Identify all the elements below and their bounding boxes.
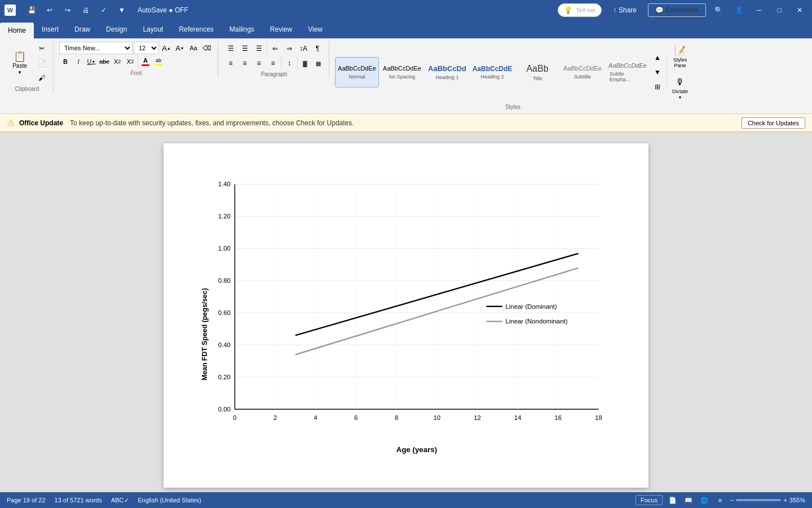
dictate-button[interactable]: 🎙 Dictate ▼ bbox=[669, 73, 691, 103]
page-info: Page 19 of 22 bbox=[7, 497, 46, 503]
text-color-button[interactable]: A bbox=[139, 55, 152, 68]
style-subtle-emphasis-preview: AaBbCcDdEe bbox=[608, 62, 647, 69]
highlight-color-button[interactable]: ab bbox=[152, 55, 165, 68]
superscript-button[interactable]: X2 bbox=[124, 55, 136, 68]
redo-icon[interactable]: ↪ bbox=[60, 2, 76, 18]
tab-layout[interactable]: Layout bbox=[135, 20, 171, 38]
tab-draw[interactable]: Draw bbox=[67, 20, 98, 38]
font-row-1: Times New... 12 A▲ A▼ Aa ⌫ bbox=[59, 42, 213, 54]
tab-references[interactable]: References bbox=[171, 20, 221, 38]
justify-button[interactable]: ≡ bbox=[266, 56, 280, 70]
focus-button[interactable]: Focus bbox=[636, 495, 663, 505]
strikethrough-button[interactable]: abc bbox=[98, 55, 111, 68]
tab-view[interactable]: View bbox=[300, 20, 330, 38]
share-button[interactable]: ↑ Share bbox=[606, 4, 643, 16]
warning-icon: ⚠ bbox=[7, 117, 15, 128]
comments-button[interactable]: 💬 Comments bbox=[648, 3, 706, 17]
tab-design[interactable]: Design bbox=[98, 20, 135, 38]
style-heading1-label: Heading 1 bbox=[435, 75, 458, 80]
web-layout-icon[interactable]: 🌐 bbox=[699, 494, 710, 506]
style-no-spacing[interactable]: AaBbCcDdEe No Spacing bbox=[380, 57, 424, 87]
x-tick-18: 18 bbox=[595, 414, 602, 421]
user-icon[interactable]: 👤 bbox=[731, 2, 747, 18]
styles-pane-label: StylesPane bbox=[673, 57, 687, 68]
quick-access-toolbar: 💾 ↩ ↪ 🖨 ✓ ▼ bbox=[24, 2, 130, 18]
decrease-indent-button[interactable]: ⇐ bbox=[268, 42, 282, 55]
zoom-in-icon[interactable]: + bbox=[783, 497, 787, 503]
style-subtitle[interactable]: AaBbCcDdEe Subtitle bbox=[561, 57, 604, 87]
zoom-out-icon[interactable]: − bbox=[730, 497, 734, 503]
borders-button[interactable]: ▦ bbox=[312, 57, 324, 69]
tab-mailings[interactable]: Mailings bbox=[222, 20, 262, 38]
clipboard-group: 📋 Paste ▼ ✂ 📄 🖌 Clipboard bbox=[1, 41, 54, 93]
show-hide-button[interactable]: ¶ bbox=[311, 42, 324, 55]
minimize-icon[interactable]: ─ bbox=[751, 2, 767, 18]
font-family-select[interactable]: Times New... bbox=[59, 42, 133, 54]
style-normal[interactable]: AaBbCcDdEe Normal bbox=[335, 57, 379, 87]
grow-font-button[interactable]: A▲ bbox=[160, 42, 173, 54]
styles-more-button[interactable]: ⊞ bbox=[651, 80, 664, 94]
style-subtle-emphasis-label: Subtle Empha... bbox=[610, 71, 646, 82]
style-no-spacing-preview: AaBbCcDdEe bbox=[383, 65, 421, 72]
print-layout-icon[interactable]: 📄 bbox=[667, 494, 678, 506]
save-icon[interactable]: 💾 bbox=[24, 2, 39, 18]
dropdown-icon[interactable]: ▼ bbox=[114, 2, 130, 18]
styles-down-button[interactable]: ▼ bbox=[651, 65, 664, 79]
ribbon-tabs: Home Insert Draw Design Layout Reference… bbox=[0, 20, 812, 38]
sort-button[interactable]: ↕A bbox=[297, 42, 310, 55]
style-heading2-preview: AaBbCcDdE bbox=[473, 65, 513, 73]
style-normal-preview: AaBbCcDdEe bbox=[338, 65, 376, 72]
underline-button[interactable]: U▼ bbox=[85, 55, 98, 68]
numbering-button[interactable]: ☰ bbox=[238, 42, 251, 55]
shrink-font-button[interactable]: A▼ bbox=[174, 42, 186, 54]
style-subtitle-preview: AaBbCcDdEe bbox=[563, 65, 602, 72]
align-right-button[interactable]: ≡ bbox=[252, 56, 266, 70]
line-spacing-button[interactable]: ↕ bbox=[283, 56, 296, 70]
tell-me-placeholder: Tell me bbox=[576, 7, 595, 14]
zoom-slider[interactable] bbox=[736, 499, 781, 501]
style-heading1[interactable]: AaBbCcDd Heading 1 bbox=[425, 57, 469, 87]
undo-icon[interactable]: ↩ bbox=[42, 2, 58, 18]
paste-button[interactable]: 📋 Paste ▼ bbox=[6, 49, 34, 78]
bullets-button[interactable]: ☰ bbox=[224, 42, 237, 55]
font-label: Font bbox=[59, 70, 213, 76]
language: English (United States) bbox=[138, 497, 202, 503]
change-case-button[interactable]: Aa bbox=[187, 42, 200, 54]
subscript-button[interactable]: X2 bbox=[111, 55, 123, 68]
style-heading2[interactable]: AaBbCcDdE Heading 2 bbox=[470, 57, 514, 87]
lightbulb-icon: 💡 bbox=[564, 6, 572, 14]
check-updates-button[interactable]: Check for Updates bbox=[742, 117, 805, 129]
format-painter-button[interactable]: 🖌 bbox=[35, 71, 48, 85]
print-icon[interactable]: 🖨 bbox=[78, 2, 94, 18]
align-left-button[interactable]: ≡ bbox=[224, 56, 237, 70]
styles-up-button[interactable]: ▲ bbox=[651, 51, 664, 64]
styles-pane-button[interactable]: 📝 StylesPane bbox=[669, 42, 691, 71]
style-subtle-emphasis[interactable]: AaBbCcDdEe Subtle Empha... bbox=[606, 57, 650, 87]
tab-insert[interactable]: Insert bbox=[34, 20, 67, 38]
italic-button[interactable]: I bbox=[72, 55, 85, 68]
tab-home[interactable]: Home bbox=[0, 23, 34, 38]
search-icon[interactable]: 🔍 bbox=[710, 2, 726, 18]
align-center-button[interactable]: ≡ bbox=[238, 56, 251, 70]
y-tick-080: 0.80 bbox=[218, 277, 231, 284]
outline-icon[interactable]: ≡ bbox=[714, 494, 726, 506]
tell-me-box[interactable]: 💡 Tell me bbox=[558, 3, 602, 17]
font-group: Times New... 12 A▲ A▼ Aa ⌫ B I U▼ bbox=[55, 41, 218, 77]
zoom-level: 355% bbox=[789, 497, 805, 503]
shading-button[interactable]: ▓ bbox=[299, 57, 311, 69]
close-icon[interactable]: ✕ bbox=[792, 2, 807, 18]
customize-icon[interactable]: ✓ bbox=[96, 2, 112, 18]
multilevel-button[interactable]: ☰ bbox=[252, 42, 266, 55]
separator-2 bbox=[297, 56, 298, 70]
document-area: Mean FDT Speed (pegs/sec) bbox=[0, 132, 812, 508]
bold-button[interactable]: B bbox=[59, 55, 72, 68]
clear-formatting-button[interactable]: ⌫ bbox=[201, 42, 213, 54]
cut-button[interactable]: ✂ bbox=[35, 42, 48, 55]
font-size-select[interactable]: 12 bbox=[134, 42, 159, 54]
copy-button[interactable]: 📄 bbox=[35, 56, 48, 70]
increase-indent-button[interactable]: ⇒ bbox=[283, 42, 296, 55]
style-title[interactable]: AaBb Title bbox=[515, 57, 559, 87]
tab-review[interactable]: Review bbox=[262, 20, 300, 38]
read-mode-icon[interactable]: 📖 bbox=[683, 494, 694, 506]
maximize-icon[interactable]: □ bbox=[771, 2, 787, 18]
